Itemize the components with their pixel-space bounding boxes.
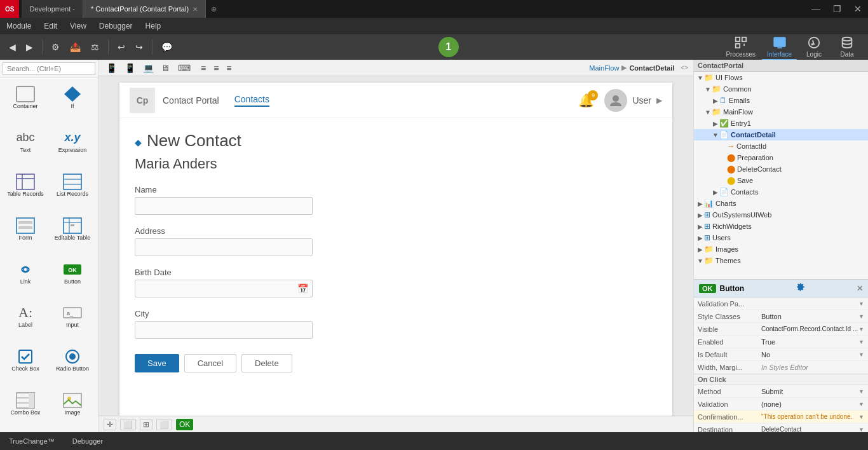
props-config-icon[interactable] xyxy=(796,282,806,294)
expand-mainflow[interactable]: ▼ xyxy=(704,109,712,116)
tree-item-ui-flows[interactable]: ▼ 📁 UI Flows xyxy=(694,72,868,83)
tab-data[interactable]: Data xyxy=(831,34,863,60)
tab-development[interactable]: Development - xyxy=(22,0,83,18)
tree-item-common[interactable]: ▼ 📁 Common xyxy=(694,83,868,95)
expand-charts[interactable]: ▶ xyxy=(696,200,704,207)
prop-value-destination[interactable]: DeleteContact ▼ xyxy=(761,426,864,432)
expand-outsystems[interactable]: ▶ xyxy=(696,212,704,219)
props-close-icon[interactable]: ✕ xyxy=(857,284,863,293)
widget-list-records[interactable]: List Records xyxy=(50,168,95,211)
tree-item-images[interactable]: ▶ 📁 Images xyxy=(694,243,868,255)
page-nav-contacts[interactable]: Contacts xyxy=(234,94,269,107)
menu-debugger[interactable]: Debugger xyxy=(93,18,139,34)
bottom-tab-debugger[interactable]: Debugger xyxy=(64,432,112,450)
tab-contactportal[interactable]: * ContactPortal (Contact Portal) ✕ xyxy=(83,0,206,18)
tree-item-save[interactable]: ⬤ Save xyxy=(694,175,868,186)
dropdown-arrow-4[interactable]: ▼ xyxy=(858,339,864,345)
widget-radio[interactable]: Radio Button xyxy=(50,343,95,386)
prop-value-method[interactable]: Submit ▼ xyxy=(761,388,864,395)
expand-ui-flows[interactable]: ▼ xyxy=(696,74,704,81)
widget-text[interactable]: abc Text xyxy=(3,125,48,167)
field-birthdate-input[interactable]: 📅 xyxy=(135,280,313,297)
widget-button[interactable]: OK Button xyxy=(50,256,95,299)
prop-value-visible[interactable]: ContactForm.Record.Contact.Id ... ▼ xyxy=(761,325,864,332)
canvas-move-btn[interactable]: ✛ xyxy=(104,419,116,430)
tree-item-mainflow[interactable]: ▼ 📁 MainFlow xyxy=(694,106,868,118)
redo-btn[interactable]: ↪ xyxy=(132,38,147,57)
back-btn[interactable]: ◀ xyxy=(5,38,20,57)
tree-item-charts[interactable]: ▶ 📊 Charts xyxy=(694,198,868,209)
tab-close-btn[interactable]: ✕ xyxy=(193,6,198,13)
canvas-keyboard-icon[interactable]: ⌨ xyxy=(175,62,193,74)
tree-item-richwidgets[interactable]: ▶ ⊞ RichWidgets xyxy=(694,221,868,232)
menu-module[interactable]: Module xyxy=(0,18,37,34)
expand-richwidgets[interactable]: ▶ xyxy=(696,223,704,230)
expand-images[interactable]: ▶ xyxy=(696,246,704,253)
maximize-btn[interactable]: ❐ xyxy=(827,0,848,18)
field-address-input[interactable] xyxy=(135,238,313,256)
prop-value-validation[interactable]: ▼ xyxy=(761,301,864,307)
widget-table-records[interactable]: Table Records xyxy=(3,168,48,211)
tree-item-users[interactable]: ▶ ⊞ Users xyxy=(694,232,868,243)
settings-btn[interactable]: ⚙ xyxy=(48,38,64,57)
canvas-content[interactable]: Cp Contact Portal Contacts 🔔 9 User ▶ xyxy=(98,76,693,416)
expand-emails[interactable]: ▶ xyxy=(712,97,719,104)
search-input[interactable] xyxy=(3,62,95,75)
breadcrumb-toggle[interactable]: <> xyxy=(681,64,688,71)
canvas-align-left-icon[interactable]: ≡ xyxy=(198,62,208,74)
menu-help[interactable]: Help xyxy=(139,18,168,34)
widget-label[interactable]: A: Label xyxy=(3,299,48,342)
delete-button[interactable]: Delete xyxy=(241,354,292,372)
prop-value-enabled[interactable]: True ▼ xyxy=(761,338,864,346)
canvas-tablet-icon[interactable]: 💻 xyxy=(140,62,156,74)
undo-btn[interactable]: ↩ xyxy=(114,38,129,57)
breadcrumb-parent[interactable]: MainFlow xyxy=(589,64,619,72)
widget-expression[interactable]: x.y Expression xyxy=(50,125,95,167)
dropdown-arrow-9[interactable]: ▼ xyxy=(858,426,864,433)
canvas-select-btn[interactable]: ⬜ xyxy=(120,419,136,430)
prop-value-confirmation[interactable]: "This operation can't be undone. ▼ xyxy=(761,413,864,420)
tree-item-contacts[interactable]: ▶ 📄 Contacts xyxy=(694,186,868,198)
prop-value-styleclasses[interactable]: Button ▼ xyxy=(761,313,864,320)
canvas-desktop-icon[interactable]: 🖥 xyxy=(159,62,173,74)
canvas-align-center-icon[interactable]: ≡ xyxy=(211,62,221,74)
dropdown-arrow-5[interactable]: ▼ xyxy=(858,351,864,358)
expand-contacts[interactable]: ▶ xyxy=(712,189,719,196)
field-name-input[interactable] xyxy=(135,197,313,215)
dropdown-arrow[interactable]: ▼ xyxy=(858,301,864,307)
canvas-phone-icon[interactable]: 📱 xyxy=(122,62,138,74)
bottom-tab-truechange[interactable]: TrueChange™ xyxy=(0,432,64,450)
widget-combo[interactable]: Combo Box xyxy=(3,387,48,430)
logout-icon[interactable]: ▶ xyxy=(656,96,662,105)
menu-view[interactable]: View xyxy=(64,18,93,34)
widget-checkbox[interactable]: Check Box xyxy=(3,343,48,386)
cancel-button[interactable]: Cancel xyxy=(184,354,236,372)
tree-item-contactid[interactable]: → ContactId xyxy=(694,140,868,152)
notification-bell[interactable]: 🔔 9 xyxy=(578,93,594,108)
canvas-align-right-icon[interactable]: ≡ xyxy=(224,62,234,74)
expand-entry1[interactable]: ▶ xyxy=(712,120,719,127)
forward-btn[interactable]: ▶ xyxy=(22,38,37,57)
comment-btn[interactable]: 💬 xyxy=(158,38,176,57)
dropdown-arrow-3[interactable]: ▼ xyxy=(858,326,864,332)
widget-editable-table[interactable]: Editable Table xyxy=(50,212,95,255)
tree-item-emails[interactable]: ▶ 🗒 Emails xyxy=(694,95,868,106)
expand-common[interactable]: ▼ xyxy=(704,86,712,93)
dropdown-arrow-7[interactable]: ▼ xyxy=(858,401,864,407)
compare-btn[interactable]: ⚖ xyxy=(87,38,103,57)
tree-item-themes[interactable]: ▼ 📁 Themes xyxy=(694,255,868,266)
tree-item-outsystemsuiweb[interactable]: ▶ ⊞ OutSystemsUIWeb xyxy=(694,209,868,221)
tree-item-contactdetail[interactable]: ▼ 📄 ContactDetail xyxy=(694,129,868,140)
canvas-mobile-icon[interactable]: 📱 xyxy=(104,62,119,74)
menu-edit[interactable]: Edit xyxy=(37,18,64,34)
tree-item-preparation[interactable]: ⬤ Preparation xyxy=(694,152,868,163)
dropdown-arrow-8[interactable]: ▼ xyxy=(858,414,864,420)
dropdown-arrow-2[interactable]: ▼ xyxy=(858,313,864,320)
tree-item-deletecontact[interactable]: ⬤ DeleteContact xyxy=(694,163,868,175)
expand-users[interactable]: ▶ xyxy=(696,235,704,242)
field-city-input[interactable] xyxy=(135,321,313,339)
tab-interface[interactable]: Interface xyxy=(762,34,797,60)
expand-themes[interactable]: ▼ xyxy=(696,257,704,264)
save-button[interactable]: Save xyxy=(135,354,179,372)
widget-if[interactable]: If xyxy=(50,81,95,123)
